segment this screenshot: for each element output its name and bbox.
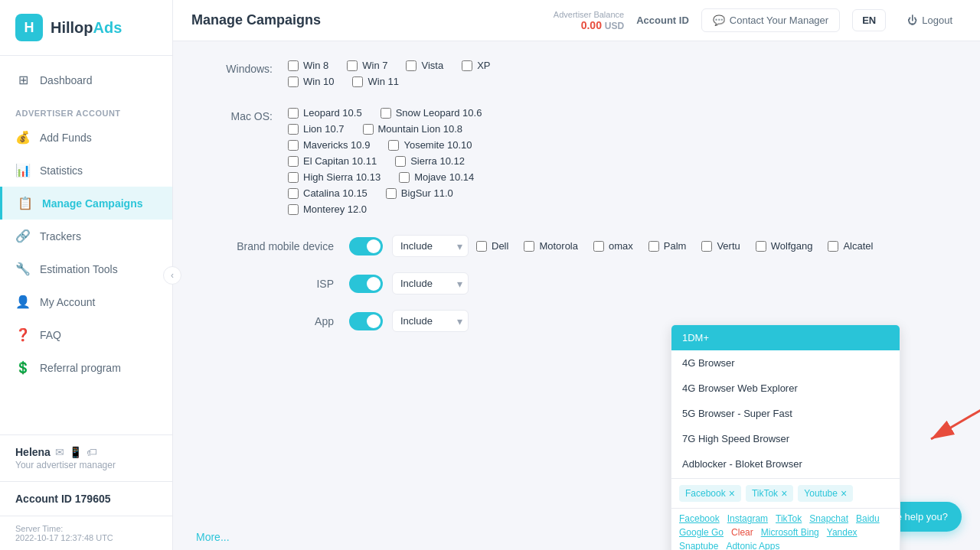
- skype-icon[interactable]: 📱: [69, 446, 82, 458]
- checkbox-vista[interactable]: Vista: [406, 60, 443, 71]
- sidebar-item-estimation-tools[interactable]: 🔧 Estimation Tools: [0, 252, 172, 285]
- checkbox-dell[interactable]: Dell: [476, 240, 508, 252]
- logout-button[interactable]: ⏻ Logout: [898, 9, 962, 31]
- leopard-checkbox[interactable]: [288, 108, 299, 119]
- mojave-checkbox[interactable]: [399, 172, 410, 183]
- high-sierra-checkbox[interactable]: [288, 172, 299, 183]
- win7-checkbox[interactable]: [347, 60, 358, 71]
- checkbox-palm[interactable]: Palm: [648, 240, 687, 252]
- app-toggle[interactable]: [349, 312, 383, 330]
- suggest-google-go[interactable]: Google Go: [679, 527, 724, 538]
- language-button[interactable]: EN: [852, 9, 886, 31]
- motorola-checkbox[interactable]: [524, 241, 534, 252]
- monterey-checkbox[interactable]: [288, 204, 299, 215]
- dropdown-item-4g-browser[interactable]: 4G Browser: [671, 350, 900, 376]
- win8-checkbox[interactable]: [288, 60, 299, 71]
- suggest-snapchat[interactable]: Snapchat: [809, 513, 848, 524]
- isp-include-select[interactable]: Include Exclude: [392, 272, 469, 295]
- mountain-lion-checkbox[interactable]: [363, 124, 374, 135]
- checkbox-win11[interactable]: Win 11: [352, 76, 398, 87]
- sidebar-item-faq[interactable]: ❓ FAQ: [0, 318, 172, 351]
- isp-toggle[interactable]: [349, 275, 383, 293]
- checkbox-motorola[interactable]: Motorola: [524, 240, 578, 252]
- sidebar-item-label: Dashboard: [40, 74, 93, 86]
- checkbox-alcatel[interactable]: Alcatel: [828, 240, 873, 252]
- tag-facebook-remove[interactable]: ×: [729, 487, 735, 500]
- suggest-microsoft-bing[interactable]: Microsoft Bing: [761, 527, 819, 538]
- suggest-snaptube[interactable]: Snaptube: [679, 541, 718, 550]
- el-capitan-checkbox[interactable]: [288, 156, 299, 167]
- brand-device-toggle[interactable]: [349, 237, 383, 255]
- win11-checkbox[interactable]: [352, 76, 363, 87]
- sidebar-item-trackers[interactable]: 🔗 Trackers: [0, 220, 172, 252]
- checkbox-xp[interactable]: XP: [462, 60, 490, 71]
- suggest-clear[interactable]: Clear: [731, 527, 753, 538]
- checkbox-wolfgang[interactable]: Wolfgang: [756, 240, 813, 252]
- xp-checkbox[interactable]: [462, 60, 472, 71]
- win10-checkbox[interactable]: [288, 76, 299, 87]
- checkbox-lion[interactable]: Lion 10.7: [288, 123, 345, 135]
- mavericks-checkbox[interactable]: [288, 140, 299, 151]
- sierra-checkbox[interactable]: [395, 156, 406, 167]
- yosemite-checkbox[interactable]: [388, 140, 399, 151]
- suggest-instagram[interactable]: Instagram: [727, 513, 768, 524]
- checkbox-mavericks[interactable]: Mavericks 10.9: [288, 139, 370, 151]
- checkbox-mojave[interactable]: Mojave 10.14: [399, 171, 474, 183]
- windows-row-2: Win 10 Win 11: [288, 76, 490, 87]
- vertu-checkbox[interactable]: [701, 241, 712, 252]
- alcatel-checkbox[interactable]: [828, 241, 838, 252]
- sidebar-item-label: Add Funds: [40, 132, 92, 144]
- checkbox-win8[interactable]: Win 8: [288, 60, 328, 71]
- sidebar-item-my-account[interactable]: 👤 My Account: [0, 285, 172, 318]
- dropdown-item-1dm[interactable]: 1DM+: [671, 325, 900, 350]
- checkbox-el-capitan[interactable]: El Capitan 10.11: [288, 155, 377, 167]
- checkbox-sierra[interactable]: Sierra 10.12: [395, 155, 465, 167]
- suggest-yandex[interactable]: Yandex: [827, 527, 858, 538]
- checkbox-monterey[interactable]: Monterey 12.0: [288, 203, 367, 215]
- palm-checkbox[interactable]: [648, 241, 659, 252]
- badge-icon[interactable]: 🏷: [87, 446, 97, 458]
- bigsur-checkbox[interactable]: [386, 188, 397, 199]
- dropdown-item-adblocker[interactable]: Adblocker - Bloket Browser: [671, 451, 900, 477]
- vista-checkbox[interactable]: [406, 60, 416, 71]
- snow-leopard-checkbox[interactable]: [381, 108, 391, 119]
- app-include-select[interactable]: Include Exclude: [392, 310, 469, 332]
- checkbox-win10[interactable]: Win 10: [288, 76, 334, 87]
- lion-checkbox[interactable]: [288, 124, 299, 135]
- sidebar-item-add-funds[interactable]: 💰 Add Funds: [0, 121, 172, 154]
- checkbox-yosemite[interactable]: Yosemite 10.10: [388, 139, 472, 151]
- topbar: Manage Campaigns Advertiser Balance 0.00…: [173, 0, 980, 41]
- dropdown-item-7g-browser[interactable]: 7G High Speed Browser: [671, 426, 900, 451]
- checkbox-vertu[interactable]: Vertu: [701, 240, 740, 252]
- checkbox-high-sierra[interactable]: High Sierra 10.13: [288, 171, 381, 183]
- omax-checkbox[interactable]: [593, 241, 604, 252]
- checkbox-mountain-lion[interactable]: Mountain Lion 10.8: [363, 123, 463, 135]
- dropdown-item-4g-browser-web[interactable]: 4G Browser Web Explorer: [671, 376, 900, 401]
- sidebar-item-manage-campaigns[interactable]: 📋 Manage Campaigns: [0, 187, 172, 220]
- checkbox-snow-leopard[interactable]: Snow Leopard 10.6: [381, 107, 482, 119]
- sidebar-item-statistics[interactable]: 📊 Statistics: [0, 154, 172, 187]
- checkbox-omax[interactable]: omax: [593, 240, 633, 252]
- suggest-adtonic-apps[interactable]: Adtonic Apps: [726, 541, 779, 550]
- more-link[interactable]: More...: [196, 531, 230, 543]
- suggest-baidu[interactable]: Baidu: [856, 513, 880, 524]
- tag-tiktok-remove[interactable]: ×: [781, 487, 787, 500]
- wolfgang-checkbox[interactable]: [756, 241, 766, 252]
- tag-youtube-remove[interactable]: ×: [841, 487, 847, 500]
- sidebar-item-dashboard[interactable]: ⊞ Dashboard: [0, 63, 172, 96]
- dell-checkbox[interactable]: [476, 241, 487, 252]
- catalina-checkbox[interactable]: [288, 188, 299, 199]
- checkbox-bigsur[interactable]: BigSur 11.0: [386, 187, 453, 199]
- sidebar-item-referral[interactable]: 💲 Referral program: [0, 351, 172, 384]
- checkbox-win7[interactable]: Win 7: [347, 60, 387, 71]
- contact-manager-button[interactable]: 💬 Contact Your Manager: [701, 8, 840, 32]
- checkbox-leopard[interactable]: Leopard 10.5: [288, 107, 362, 119]
- brand-include-select[interactable]: Include Exclude: [392, 235, 469, 257]
- suggest-tiktok[interactable]: TikTok: [776, 513, 802, 524]
- account-id-value: Account ID 179605: [15, 493, 157, 505]
- account-id-sidebar: Account ID 179605: [0, 481, 172, 516]
- email-icon[interactable]: ✉: [55, 446, 64, 458]
- suggest-facebook[interactable]: Facebook: [679, 513, 720, 524]
- checkbox-catalina[interactable]: Catalina 10.15: [288, 187, 368, 199]
- dropdown-item-5g-browser[interactable]: 5G Browser - Super Fast: [671, 401, 900, 426]
